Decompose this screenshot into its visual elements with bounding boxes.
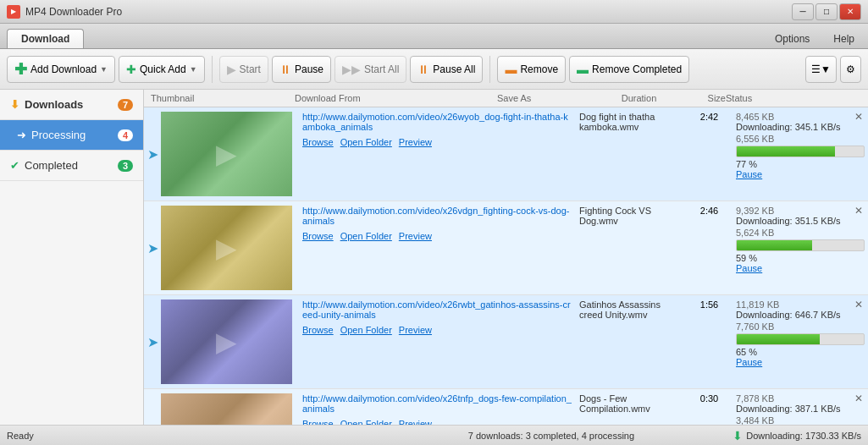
item-browse-3[interactable]: Browse [302,419,334,425]
start-all-label: Start All [364,63,399,75]
app-title: MP4 Downloader Pro [25,6,792,18]
item-duration-1: 2:46 [686,201,733,294]
item-thumbnail-2: ▶ [161,299,292,384]
item-pause-link-0[interactable]: Pause [736,169,762,179]
item-open-folder-1[interactable]: Open Folder [340,231,392,241]
item-close-2[interactable]: ✕ [853,299,865,310]
download-item: ➤ ▶ http://www.dailymotion.com/video/x26… [144,201,868,295]
item-info-3: http://www.dailymotion.com/video/x26tnfp… [299,389,576,425]
item-preview-1[interactable]: Preview [399,231,432,241]
start-button[interactable]: ▶ Start [219,56,268,83]
close-button[interactable]: ✕ [839,3,861,20]
remove-completed-button[interactable]: ▬ Remove Completed [569,56,689,83]
status-bar: Ready 7 downloads: 3 completed, 4 proces… [0,425,868,445]
item-status-text-2: Downloading: 646.7 KB/s [736,310,865,320]
item-progress-label-2: 65 % [736,347,865,357]
item-duration-0: 2:42 [686,107,733,201]
processing-icon: ➜ [17,129,26,141]
item-progress-fill-0 [737,146,835,157]
processing-badge: 4 [118,129,133,141]
item-close-1[interactable]: ✕ [853,205,865,217]
completed-label: Completed [25,159,78,172]
item-pause-link-1[interactable]: Pause [736,263,762,273]
start-all-button[interactable]: ▶▶ Start All [334,56,406,83]
minimize-button[interactable]: ─ [792,3,814,20]
downloads-icon: ⬇ [10,98,19,111]
menu-items: Options Help [761,30,868,48]
pause-all-icon: ⏸ [417,63,429,76]
start-icon: ▶ [227,63,236,76]
item-status-text-3: Downloading: 387.1 KB/s [736,404,865,414]
list-header: Thumbnail Download From Save As Duration… [144,90,868,107]
item-size-total-0: 8,465 KB [736,112,774,122]
view-options-button[interactable]: ☰▼ [805,56,837,83]
item-size-total-1: 9,392 KB [736,206,774,216]
item-progress-fill-1 [737,240,812,250]
completed-badge: 3 [118,160,133,172]
header-size: Size [662,93,726,103]
item-open-folder-0[interactable]: Open Folder [340,137,392,147]
header-status: Status [726,93,861,103]
start-label: Start [240,63,261,75]
item-close-3[interactable]: ✕ [853,393,865,404]
maximize-button[interactable]: □ [815,3,838,20]
header-save-as: Save As [497,93,616,103]
downloads-badge: 7 [118,99,133,111]
tab-bar: Download Options Help [0,24,868,49]
item-arrow-0: ➤ [144,107,161,201]
add-icon: ✚ [14,60,27,79]
quick-add-button[interactable]: ✚ Quick Add ▼ [119,56,205,83]
header-duration: Duration [616,93,662,103]
remove-button[interactable]: ▬ Remove [497,56,566,83]
quick-add-dropdown: ▼ [190,65,197,74]
toolbar: ✚ Add Download ▼ ✚ Quick Add ▼ ▶ Start ⏸… [0,49,868,90]
item-open-folder-2[interactable]: Open Folder [340,325,392,335]
item-progress-bar-1 [736,239,865,251]
remove-completed-label: Remove Completed [592,63,682,75]
item-size-total-2: 11,819 KB [736,299,779,310]
item-thumbnail-1: ▶ [161,206,292,290]
options-menu[interactable]: Options [768,30,816,48]
item-actions-0: Browse Open Folder Preview [302,137,572,147]
item-close-0[interactable]: ✕ [853,111,865,123]
item-preview-3[interactable]: Preview [399,419,432,425]
item-browse-0[interactable]: Browse [302,137,334,147]
tab-download[interactable]: Download [7,29,84,48]
item-arrow-3: ➤ [144,389,161,425]
item-browse-1[interactable]: Browse [302,231,334,241]
item-open-folder-3[interactable]: Open Folder [340,419,392,425]
help-menu[interactable]: Help [827,30,861,48]
pause-icon: ⏸ [279,63,291,76]
status-summary: 7 downloads: 3 completed, 4 processing [370,431,733,441]
remove-label: Remove [520,63,558,75]
sidebar-item-downloads[interactable]: ⬇ Downloads 7 [0,90,143,120]
sidebar-item-processing[interactable]: ➜ Processing 4 [0,120,143,151]
add-download-button[interactable]: ✚ Add Download ▼ [7,56,115,83]
item-preview-0[interactable]: Preview [399,137,432,147]
title-bar: MP4 Downloader Pro ─ □ ✕ [0,0,868,24]
downloads-label: Downloads [25,98,83,111]
item-browse-2[interactable]: Browse [302,325,334,335]
item-status-3: 7,878 KB Downloading: 387.1 KB/s 3,484 K… [733,389,868,425]
settings-button[interactable]: ⚙ [840,56,861,83]
downloads-list: Thumbnail Download From Save As Duration… [144,90,868,425]
pause-all-label: Pause All [433,63,475,75]
item-pause-link-2[interactable]: Pause [736,357,762,367]
separator-2 [489,56,490,83]
add-download-label: Add Download [30,63,97,75]
item-arrow-2: ➤ [144,295,161,388]
pause-button[interactable]: ⏸ Pause [272,56,331,83]
pause-label: Pause [295,63,323,75]
item-arrow-1: ➤ [144,201,161,294]
pause-all-button[interactable]: ⏸ Pause All [410,56,483,83]
status-speed: Downloading: 1730.33 KB/s [746,431,861,441]
item-preview-2[interactable]: Preview [399,325,432,335]
item-status-1: 9,392 KB Downloading: 351.5 KB/s 5,624 K… [733,201,868,294]
completed-icon: ✔ [10,159,19,172]
status-speed-area: ⬇ Downloading: 1730.33 KB/s [733,429,861,442]
item-info-0: http://www.dailymotion.com/video/x26wyob… [299,107,576,201]
sidebar-item-completed[interactable]: ✔ Completed 3 [0,151,143,181]
app-icon [7,5,20,19]
header-thumbnail: Thumbnail [151,93,295,103]
status-dl-icon: ⬇ [733,429,743,442]
